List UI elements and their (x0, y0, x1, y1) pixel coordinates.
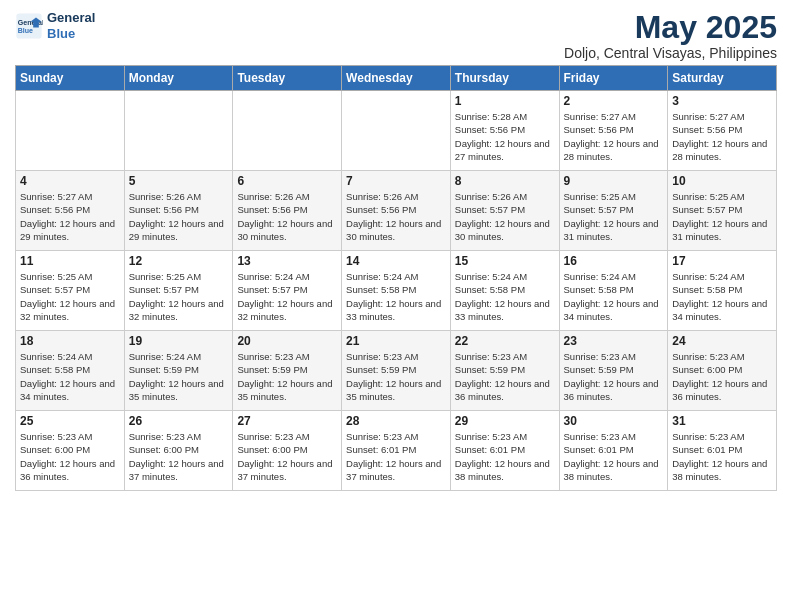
calendar-cell: 24Sunrise: 5:23 AMSunset: 6:00 PMDayligh… (668, 331, 777, 411)
page-subtitle: Doljo, Central Visayas, Philippines (564, 45, 777, 61)
calendar-week-1: 1Sunrise: 5:28 AMSunset: 5:56 PMDaylight… (16, 91, 777, 171)
calendar-cell: 21Sunrise: 5:23 AMSunset: 5:59 PMDayligh… (342, 331, 451, 411)
calendar-cell: 31Sunrise: 5:23 AMSunset: 6:01 PMDayligh… (668, 411, 777, 491)
calendar-cell: 5Sunrise: 5:26 AMSunset: 5:56 PMDaylight… (124, 171, 233, 251)
calendar-cell: 7Sunrise: 5:26 AMSunset: 5:56 PMDaylight… (342, 171, 451, 251)
cell-info: Sunrise: 5:24 AMSunset: 5:58 PMDaylight:… (672, 270, 772, 323)
cell-info: Sunrise: 5:23 AMSunset: 6:01 PMDaylight:… (455, 430, 555, 483)
day-number: 31 (672, 414, 772, 428)
calendar-cell: 1Sunrise: 5:28 AMSunset: 5:56 PMDaylight… (450, 91, 559, 171)
day-number: 13 (237, 254, 337, 268)
day-number: 30 (564, 414, 664, 428)
day-number: 17 (672, 254, 772, 268)
cell-info: Sunrise: 5:24 AMSunset: 5:58 PMDaylight:… (455, 270, 555, 323)
calendar-cell: 27Sunrise: 5:23 AMSunset: 6:00 PMDayligh… (233, 411, 342, 491)
cell-info: Sunrise: 5:27 AMSunset: 5:56 PMDaylight:… (672, 110, 772, 163)
logo-text-blue: Blue (47, 26, 95, 42)
calendar-cell: 12Sunrise: 5:25 AMSunset: 5:57 PMDayligh… (124, 251, 233, 331)
day-number: 15 (455, 254, 555, 268)
cell-info: Sunrise: 5:26 AMSunset: 5:57 PMDaylight:… (455, 190, 555, 243)
header-wednesday: Wednesday (342, 66, 451, 91)
calendar-week-3: 11Sunrise: 5:25 AMSunset: 5:57 PMDayligh… (16, 251, 777, 331)
cell-info: Sunrise: 5:23 AMSunset: 6:00 PMDaylight:… (672, 350, 772, 403)
day-number: 12 (129, 254, 229, 268)
calendar-cell: 11Sunrise: 5:25 AMSunset: 5:57 PMDayligh… (16, 251, 125, 331)
day-number: 10 (672, 174, 772, 188)
day-number: 28 (346, 414, 446, 428)
cell-info: Sunrise: 5:23 AMSunset: 6:01 PMDaylight:… (672, 430, 772, 483)
cell-info: Sunrise: 5:26 AMSunset: 5:56 PMDaylight:… (346, 190, 446, 243)
calendar-cell: 13Sunrise: 5:24 AMSunset: 5:57 PMDayligh… (233, 251, 342, 331)
calendar-cell: 18Sunrise: 5:24 AMSunset: 5:58 PMDayligh… (16, 331, 125, 411)
calendar-week-5: 25Sunrise: 5:23 AMSunset: 6:00 PMDayligh… (16, 411, 777, 491)
calendar-cell: 19Sunrise: 5:24 AMSunset: 5:59 PMDayligh… (124, 331, 233, 411)
day-number: 22 (455, 334, 555, 348)
main-container: General Blue General Blue May 2025 Doljo… (0, 0, 792, 501)
day-number: 11 (20, 254, 120, 268)
calendar-cell (124, 91, 233, 171)
cell-info: Sunrise: 5:23 AMSunset: 6:01 PMDaylight:… (346, 430, 446, 483)
calendar-table: SundayMondayTuesdayWednesdayThursdayFrid… (15, 65, 777, 491)
svg-text:Blue: Blue (18, 27, 33, 34)
calendar-cell: 9Sunrise: 5:25 AMSunset: 5:57 PMDaylight… (559, 171, 668, 251)
calendar-cell: 14Sunrise: 5:24 AMSunset: 5:58 PMDayligh… (342, 251, 451, 331)
day-number: 20 (237, 334, 337, 348)
cell-info: Sunrise: 5:25 AMSunset: 5:57 PMDaylight:… (672, 190, 772, 243)
day-number: 2 (564, 94, 664, 108)
logo-text-general: General (47, 10, 95, 26)
calendar-cell: 2Sunrise: 5:27 AMSunset: 5:56 PMDaylight… (559, 91, 668, 171)
day-number: 26 (129, 414, 229, 428)
logo: General Blue General Blue (15, 10, 95, 41)
cell-info: Sunrise: 5:26 AMSunset: 5:56 PMDaylight:… (129, 190, 229, 243)
cell-info: Sunrise: 5:25 AMSunset: 5:57 PMDaylight:… (20, 270, 120, 323)
cell-info: Sunrise: 5:24 AMSunset: 5:58 PMDaylight:… (346, 270, 446, 323)
calendar-header-row: SundayMondayTuesdayWednesdayThursdayFrid… (16, 66, 777, 91)
header-saturday: Saturday (668, 66, 777, 91)
cell-info: Sunrise: 5:26 AMSunset: 5:56 PMDaylight:… (237, 190, 337, 243)
cell-info: Sunrise: 5:27 AMSunset: 5:56 PMDaylight:… (20, 190, 120, 243)
day-number: 6 (237, 174, 337, 188)
page-title: May 2025 (564, 10, 777, 45)
header-sunday: Sunday (16, 66, 125, 91)
cell-info: Sunrise: 5:24 AMSunset: 5:58 PMDaylight:… (564, 270, 664, 323)
day-number: 16 (564, 254, 664, 268)
calendar-cell: 22Sunrise: 5:23 AMSunset: 5:59 PMDayligh… (450, 331, 559, 411)
cell-info: Sunrise: 5:23 AMSunset: 6:00 PMDaylight:… (129, 430, 229, 483)
calendar-cell (233, 91, 342, 171)
calendar-cell: 26Sunrise: 5:23 AMSunset: 6:00 PMDayligh… (124, 411, 233, 491)
logo-icon: General Blue (15, 12, 43, 40)
cell-info: Sunrise: 5:23 AMSunset: 6:01 PMDaylight:… (564, 430, 664, 483)
calendar-week-4: 18Sunrise: 5:24 AMSunset: 5:58 PMDayligh… (16, 331, 777, 411)
day-number: 5 (129, 174, 229, 188)
cell-info: Sunrise: 5:23 AMSunset: 5:59 PMDaylight:… (564, 350, 664, 403)
day-number: 23 (564, 334, 664, 348)
day-number: 3 (672, 94, 772, 108)
header-friday: Friday (559, 66, 668, 91)
calendar-cell: 30Sunrise: 5:23 AMSunset: 6:01 PMDayligh… (559, 411, 668, 491)
calendar-cell: 17Sunrise: 5:24 AMSunset: 5:58 PMDayligh… (668, 251, 777, 331)
day-number: 14 (346, 254, 446, 268)
day-number: 27 (237, 414, 337, 428)
calendar-cell: 20Sunrise: 5:23 AMSunset: 5:59 PMDayligh… (233, 331, 342, 411)
calendar-cell: 15Sunrise: 5:24 AMSunset: 5:58 PMDayligh… (450, 251, 559, 331)
day-number: 9 (564, 174, 664, 188)
title-block: May 2025 Doljo, Central Visayas, Philipp… (564, 10, 777, 61)
day-number: 4 (20, 174, 120, 188)
day-number: 7 (346, 174, 446, 188)
cell-info: Sunrise: 5:24 AMSunset: 5:58 PMDaylight:… (20, 350, 120, 403)
cell-info: Sunrise: 5:23 AMSunset: 5:59 PMDaylight:… (455, 350, 555, 403)
day-number: 25 (20, 414, 120, 428)
calendar-cell: 28Sunrise: 5:23 AMSunset: 6:01 PMDayligh… (342, 411, 451, 491)
calendar-cell: 3Sunrise: 5:27 AMSunset: 5:56 PMDaylight… (668, 91, 777, 171)
calendar-cell: 29Sunrise: 5:23 AMSunset: 6:01 PMDayligh… (450, 411, 559, 491)
cell-info: Sunrise: 5:27 AMSunset: 5:56 PMDaylight:… (564, 110, 664, 163)
calendar-cell: 23Sunrise: 5:23 AMSunset: 5:59 PMDayligh… (559, 331, 668, 411)
header-monday: Monday (124, 66, 233, 91)
calendar-cell: 8Sunrise: 5:26 AMSunset: 5:57 PMDaylight… (450, 171, 559, 251)
header-thursday: Thursday (450, 66, 559, 91)
svg-text:General: General (18, 18, 43, 25)
calendar-cell: 25Sunrise: 5:23 AMSunset: 6:00 PMDayligh… (16, 411, 125, 491)
cell-info: Sunrise: 5:23 AMSunset: 5:59 PMDaylight:… (346, 350, 446, 403)
day-number: 8 (455, 174, 555, 188)
cell-info: Sunrise: 5:24 AMSunset: 5:57 PMDaylight:… (237, 270, 337, 323)
